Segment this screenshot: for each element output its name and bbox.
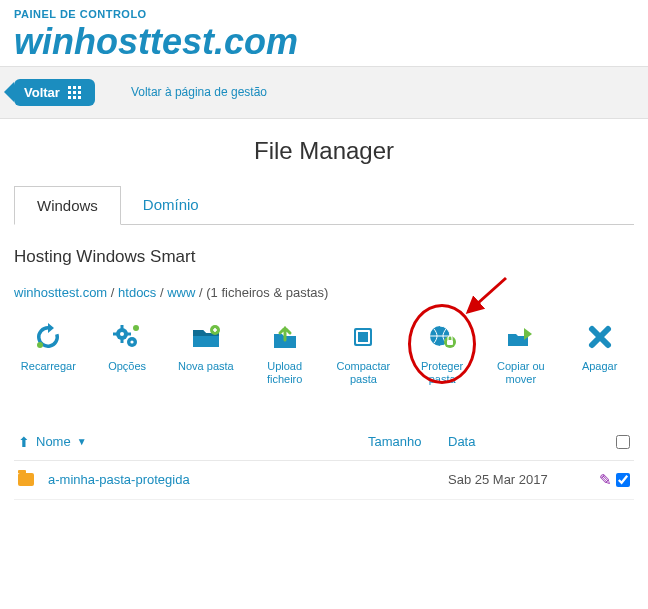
domain-title: winhosttest.com: [14, 22, 634, 62]
breadcrumb: winhosttest.com / htdocs / www / (1 fich…: [14, 285, 634, 300]
col-name-header[interactable]: Nome: [36, 434, 71, 449]
compress-folder-button[interactable]: Compactar pasta: [333, 318, 394, 386]
breadcrumb-count: (1 ficheiros & pastas): [206, 285, 328, 300]
col-size-header[interactable]: Tamanho: [368, 434, 421, 449]
table-header: ⬆ Nome ▼ Tamanho Data: [14, 424, 634, 461]
shield-globe-icon: [423, 318, 461, 356]
section-title: Hosting Windows Smart: [14, 247, 634, 267]
breadcrumb-www[interactable]: www: [167, 285, 195, 300]
new-folder-button[interactable]: Nova pasta: [176, 318, 237, 386]
breadcrumb-htdocs[interactable]: htdocs: [118, 285, 156, 300]
manage-link[interactable]: Voltar à página de gestão: [131, 85, 267, 99]
svg-point-9: [133, 325, 139, 331]
protect-folder-button[interactable]: Proteger pasta: [412, 318, 473, 386]
upload-file-button[interactable]: Upload ficheiro: [254, 318, 315, 386]
grid-icon: [68, 86, 81, 99]
row-checkbox[interactable]: [616, 473, 630, 487]
back-button[interactable]: Voltar: [14, 79, 95, 106]
select-all-checkbox[interactable]: [616, 435, 630, 449]
page-title: File Manager: [14, 137, 634, 165]
options-button[interactable]: Opções: [97, 318, 158, 386]
col-date-header[interactable]: Data: [448, 434, 475, 449]
tabs: Windows Domínio: [14, 185, 634, 225]
delete-icon: [581, 318, 619, 356]
table-row: a-minha-pasta-protegida Sab 25 Mar 2017 …: [14, 461, 634, 500]
reload-button[interactable]: Recarregar: [18, 318, 79, 386]
gears-icon: [108, 318, 146, 356]
upload-icon: [266, 318, 304, 356]
row-date: Sab 25 Mar 2017: [448, 472, 548, 487]
folder-plus-icon: [187, 318, 225, 356]
svg-rect-16: [447, 340, 453, 345]
reload-icon: [29, 318, 67, 356]
delete-button[interactable]: Apagar: [569, 318, 630, 386]
folder-icon: [18, 473, 34, 486]
row-name-link[interactable]: a-minha-pasta-protegida: [48, 472, 190, 487]
up-level-icon[interactable]: ⬆: [18, 434, 30, 450]
tab-dominio[interactable]: Domínio: [121, 186, 221, 225]
edit-icon[interactable]: ✎: [599, 471, 612, 489]
tab-windows[interactable]: Windows: [14, 186, 121, 225]
compress-icon: [344, 318, 382, 356]
sort-indicator-icon: ▼: [77, 436, 87, 447]
toolbar: Recarregar Opções Nova pasta Upload fich…: [14, 318, 634, 386]
copy-move-button[interactable]: Copiar ou mover: [491, 318, 552, 386]
svg-point-3: [120, 332, 124, 336]
svg-point-0: [37, 342, 43, 348]
breadcrumb-root[interactable]: winhosttest.com: [14, 285, 107, 300]
svg-point-4: [131, 340, 134, 343]
back-label: Voltar: [24, 85, 60, 100]
panel-label: PAINEL DE CONTROLO: [14, 8, 634, 20]
svg-rect-13: [358, 332, 368, 342]
copy-move-icon: [502, 318, 540, 356]
